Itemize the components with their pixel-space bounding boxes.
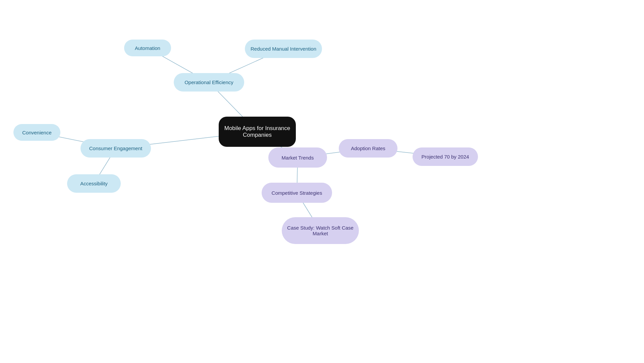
node-automation[interactable]: Automation [124, 40, 171, 56]
node-projected[interactable]: Projected 70 by 2024 [413, 147, 478, 166]
node-center[interactable]: Mobile Apps for Insurance Companies [219, 117, 296, 147]
node-adoptionRates[interactable]: Adoption Rates [339, 139, 397, 158]
node-marketTrends[interactable]: Market Trends [268, 147, 327, 168]
node-caseStudy[interactable]: Case Study: Watch Soft Case Market [282, 217, 359, 244]
node-operationalEfficiency[interactable]: Operational Efficiency [174, 73, 244, 92]
node-consumerEngagement[interactable]: Consumer Engagement [80, 139, 151, 158]
node-convenience[interactable]: Convenience [13, 124, 60, 141]
node-competitiveStrategies[interactable]: Competitive Strategies [262, 183, 332, 203]
node-reducedManual[interactable]: Reduced Manual Intervention [245, 40, 322, 58]
node-accessibility[interactable]: Accessibility [67, 174, 121, 193]
